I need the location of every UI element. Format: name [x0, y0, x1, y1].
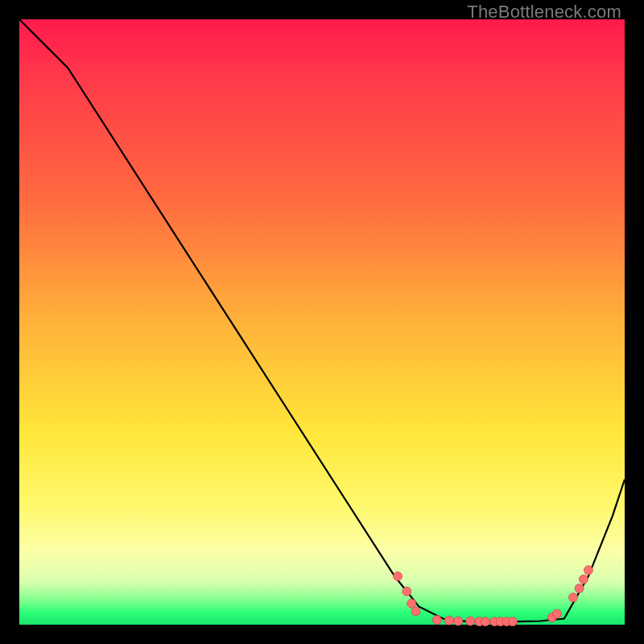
marker-dot [579, 575, 588, 584]
marker-group [394, 566, 593, 626]
marker-dot [552, 609, 561, 618]
curve-path [19, 19, 625, 621]
marker-dot [402, 587, 411, 596]
marker-dot [394, 572, 402, 580]
marker-dot [466, 617, 475, 625]
marker-dot [508, 617, 517, 626]
bottleneck-line-chart [19, 19, 625, 625]
chart-frame: TheBottleneck.com [0, 0, 644, 644]
marker-dot [444, 616, 453, 625]
marker-dot [575, 584, 584, 592]
marker-dot [454, 617, 463, 625]
marker-dot [481, 617, 490, 626]
marker-dot [411, 607, 420, 616]
marker-dot [584, 566, 592, 575]
marker-dot [569, 593, 578, 602]
marker-dot [407, 599, 416, 608]
plot-area [19, 19, 625, 625]
marker-dot [432, 616, 441, 625]
